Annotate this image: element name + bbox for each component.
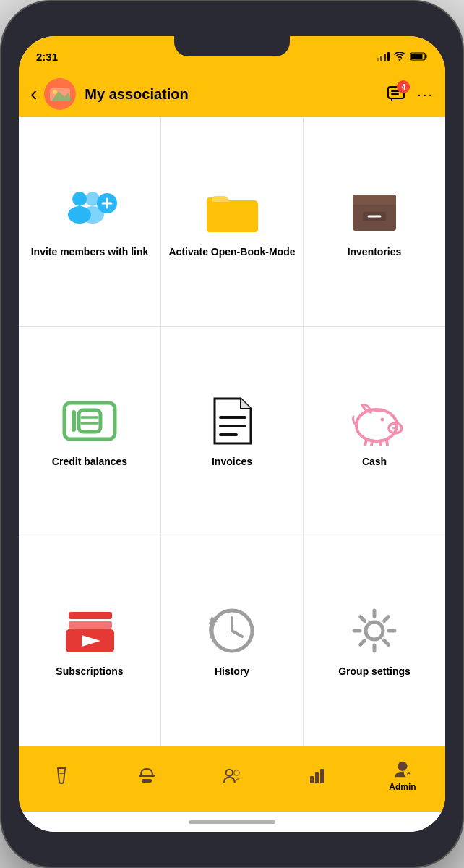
svg-rect-46 (69, 612, 112, 619)
more-button[interactable]: ··· (417, 86, 434, 103)
status-icons (377, 52, 428, 61)
nav-item-members[interactable] (189, 765, 275, 786)
nav-item-food[interactable] (104, 765, 189, 786)
svg-rect-47 (69, 621, 112, 629)
grid-container: Invite members with link Activate Open-B… (19, 117, 445, 746)
stats-nav-icon (307, 765, 327, 786)
signal-icon (377, 52, 390, 61)
notification-button[interactable]: 4 (387, 85, 405, 103)
grid-item-cash[interactable]: Cash (304, 327, 445, 536)
svg-rect-71 (320, 769, 324, 783)
history-icon (203, 605, 261, 656)
members-nav-icon (222, 765, 242, 786)
grid-item-invite-members[interactable]: Invite members with link (19, 117, 160, 326)
nav-item-drinks[interactable] (19, 765, 104, 786)
archive-icon (345, 186, 403, 237)
svg-point-10 (53, 90, 57, 94)
svg-rect-30 (79, 410, 100, 432)
svg-rect-0 (377, 58, 379, 61)
drinks-nav-icon (51, 765, 72, 786)
grid-item-activate-open-book[interactable]: Activate Open-Book-Mode (161, 117, 303, 326)
svg-rect-29 (72, 410, 76, 432)
nav-item-admin[interactable]: e Admin (360, 759, 445, 792)
svg-point-15 (72, 192, 87, 206)
grid-item-inventories[interactable]: Inventories (304, 117, 445, 326)
grid-label-invite-members: Invite members with link (31, 245, 149, 258)
svg-line-59 (361, 617, 365, 621)
svg-line-60 (384, 641, 389, 645)
subscriptions-icon (61, 605, 119, 656)
invoice-icon (203, 396, 261, 446)
grid-label-inventories: Inventories (348, 245, 402, 258)
invite-icon (61, 186, 119, 237)
svg-line-62 (361, 641, 365, 645)
grid-label-invoices: Invoices (212, 455, 252, 468)
invoice-svg-icon (209, 396, 256, 446)
wifi-icon (394, 52, 405, 61)
svg-line-43 (371, 441, 372, 446)
grid-label-subscriptions: Subscriptions (56, 665, 123, 678)
grid-item-invoices[interactable]: Invoices (161, 327, 303, 536)
svg-rect-41 (374, 409, 384, 412)
grid-label-group-settings: Group settings (338, 665, 411, 678)
grid-label-activate-open-book: Activate Open-Book-Mode (168, 245, 295, 258)
grid-item-history[interactable]: History (161, 537, 303, 746)
svg-point-54 (366, 622, 383, 639)
subscriptions-svg-icon (63, 608, 117, 655)
notch (174, 36, 290, 56)
svg-rect-6 (425, 55, 427, 59)
svg-rect-65 (139, 775, 155, 777)
svg-line-44 (380, 441, 381, 446)
archive-svg-icon (348, 187, 400, 234)
folder-icon (203, 186, 261, 237)
settings-icon (345, 605, 403, 656)
folder-svg-icon (205, 187, 259, 234)
invite-members-icon (61, 187, 119, 234)
svg-rect-66 (142, 779, 152, 783)
header: ‹ My association (19, 71, 445, 117)
svg-rect-2 (384, 54, 386, 61)
svg-point-39 (396, 427, 398, 429)
svg-line-45 (387, 440, 387, 446)
svg-text:e: e (407, 770, 411, 777)
home-bar (189, 820, 275, 824)
admin-nav-label: Admin (389, 782, 416, 792)
phone-outer: 2:31 (0, 0, 464, 868)
avatar-image (44, 78, 76, 110)
svg-point-68 (234, 770, 239, 775)
bottom-nav: e Admin (19, 746, 445, 812)
svg-line-61 (384, 617, 389, 621)
svg-point-38 (392, 427, 395, 429)
svg-line-42 (365, 440, 366, 446)
phone-screen: 2:31 (19, 36, 445, 832)
grid-item-group-settings[interactable]: Group settings (304, 537, 445, 746)
settings-svg-icon (350, 606, 399, 655)
header-actions: 4 ··· (387, 85, 434, 103)
grid-label-cash: Cash (362, 455, 387, 468)
status-time: 2:31 (36, 51, 58, 63)
home-indicator (19, 812, 445, 832)
svg-rect-70 (315, 772, 319, 783)
credit-balance-svg-icon (61, 397, 118, 444)
grid-item-credit-balances[interactable]: Credit balances (19, 327, 160, 536)
food-nav-icon (137, 765, 157, 786)
svg-rect-25 (353, 195, 396, 205)
grid-label-history: History (215, 665, 249, 678)
nav-item-stats[interactable] (275, 765, 360, 786)
history-svg-icon (207, 606, 257, 655)
admin-nav-icon: e (392, 759, 413, 779)
svg-rect-7 (411, 54, 423, 59)
svg-rect-69 (310, 776, 314, 783)
svg-point-4 (399, 59, 400, 60)
grid-item-subscriptions[interactable]: Subscriptions (19, 537, 160, 746)
credit-balance-icon (61, 396, 119, 446)
svg-point-67 (226, 770, 233, 776)
avatar (44, 78, 76, 110)
back-button[interactable]: ‹ (30, 82, 37, 106)
header-title: My association (85, 86, 387, 103)
svg-line-52 (232, 631, 242, 637)
svg-point-40 (381, 417, 384, 421)
battery-icon (410, 52, 428, 61)
grid-label-credit-balances: Credit balances (52, 455, 127, 468)
svg-rect-1 (380, 56, 382, 61)
